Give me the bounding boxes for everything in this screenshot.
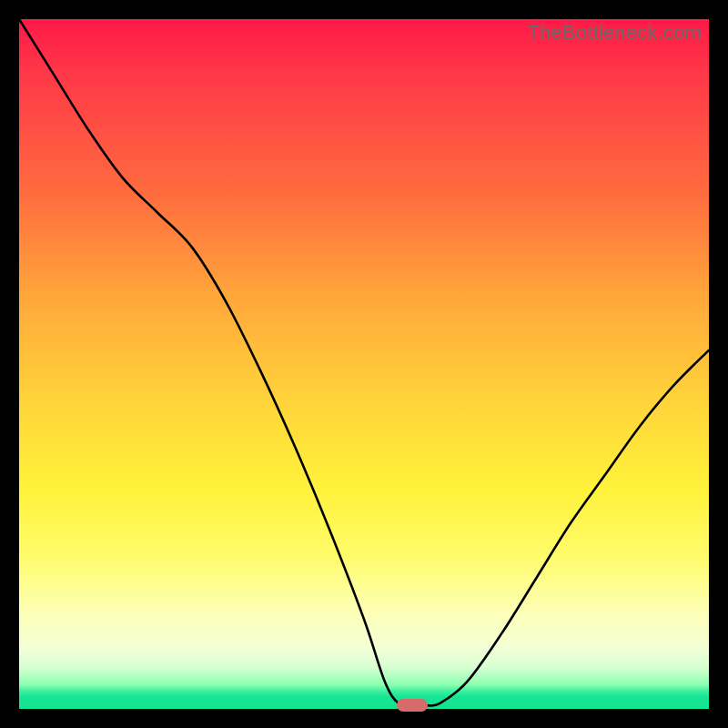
minimum-marker bbox=[397, 699, 428, 712]
chart-frame: TheBottleneck.com bbox=[0, 0, 728, 728]
plot-area: TheBottleneck.com bbox=[19, 19, 709, 709]
curve-path bbox=[19, 19, 709, 706]
bottleneck-curve bbox=[19, 19, 709, 709]
